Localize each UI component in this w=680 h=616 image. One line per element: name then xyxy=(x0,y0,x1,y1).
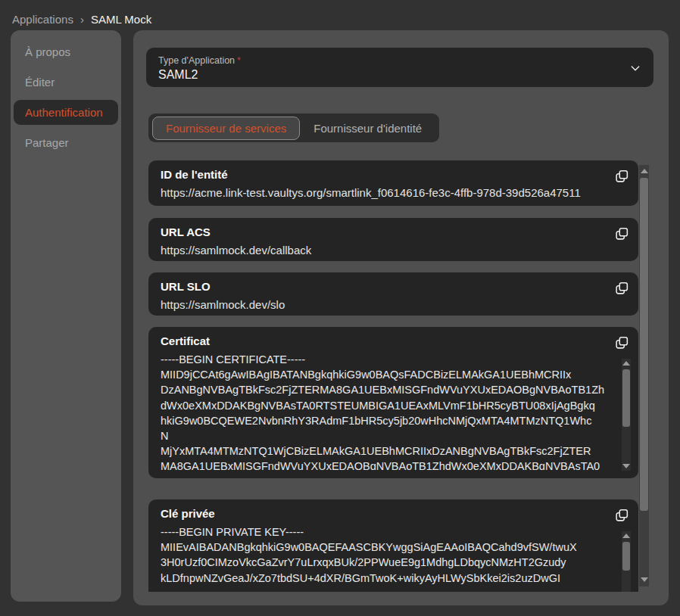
certificate-field: Certificat -----BEGIN CERTIFICATE----- M… xyxy=(148,327,638,478)
breadcrumb-separator-icon: › xyxy=(80,13,84,26)
scrollbar-thumb[interactable] xyxy=(622,542,630,571)
private-key-value[interactable]: -----BEGIN PRIVATE KEY----- MIIEvAIBADAN… xyxy=(161,524,626,588)
slo-url-value: https://samlmock.dev/slo xyxy=(161,298,626,311)
sidebar-item-partager[interactable]: Partager xyxy=(11,127,121,157)
private-key-field: Clé privée -----BEGIN PRIVATE KEY----- M… xyxy=(148,499,638,592)
application-type-label: Type d'Application xyxy=(158,55,235,66)
private-key-label: Clé privée xyxy=(161,507,626,520)
sidebar-item-a-propos[interactable]: À propos xyxy=(11,36,121,67)
entity-id-field: ID de l'entité https://acme.link-test.va… xyxy=(148,160,638,206)
acs-url-field: URL ACS https://samlmock.dev/callback xyxy=(148,218,638,261)
private-key-scrollbar[interactable] xyxy=(622,531,631,592)
scrollbar-thumb[interactable] xyxy=(640,178,648,511)
content-scrollbar[interactable] xyxy=(639,165,649,586)
scroll-down-icon[interactable] xyxy=(622,464,630,468)
certificate-label: Certificat xyxy=(161,334,626,347)
chevron-down-icon xyxy=(629,62,641,74)
scroll-up-icon[interactable] xyxy=(622,361,630,366)
certificate-scrollbar[interactable] xyxy=(622,359,631,471)
tab-fournisseur-de-services[interactable]: Fournisseur de services xyxy=(152,117,300,140)
application-type-select[interactable]: Type d'Application* SAML2 xyxy=(146,48,653,87)
copy-icon[interactable] xyxy=(613,225,632,243)
copy-icon[interactable] xyxy=(613,279,632,297)
sidebar-item-authentification[interactable]: Authentification xyxy=(14,100,118,125)
certificate-value[interactable]: -----BEGIN CERTIFICATE----- MIID9jCCAt6g… xyxy=(161,352,626,470)
scroll-down-icon[interactable] xyxy=(641,577,648,582)
breadcrumb: Applications › SAML Mock xyxy=(12,13,151,26)
scroll-up-icon[interactable] xyxy=(641,169,648,173)
sidebar: À propos Éditer Authentification Partage… xyxy=(11,30,121,602)
scroll-up-icon[interactable] xyxy=(622,534,630,538)
required-asterisk: * xyxy=(237,55,241,66)
application-type-value: SAML2 xyxy=(158,68,641,82)
slo-url-field: URL SLO https://samlmock.dev/slo xyxy=(148,272,638,316)
acs-url-value: https://samlmock.dev/callback xyxy=(161,244,626,257)
sidebar-item-editer[interactable]: Éditer xyxy=(11,67,121,97)
scrollbar-thumb[interactable] xyxy=(622,369,630,427)
entity-id-value: https://acme.link-test.vaultys.org/smart… xyxy=(161,186,626,199)
breadcrumb-applications[interactable]: Applications xyxy=(12,13,73,26)
entity-id-label: ID de l'entité xyxy=(161,168,626,181)
copy-icon[interactable] xyxy=(613,167,632,185)
main-panel: Type d'Application* SAML2 Fournisseur de… xyxy=(133,30,669,605)
slo-url-label: URL SLO xyxy=(161,280,626,293)
breadcrumb-current-page: SAML Mock xyxy=(91,13,151,26)
provider-tabs: Fournisseur de services Fournisseur d'id… xyxy=(148,114,439,142)
copy-icon[interactable] xyxy=(613,334,632,352)
copy-icon[interactable] xyxy=(613,506,632,524)
tab-fournisseur-identite[interactable]: Fournisseur d'identité xyxy=(300,117,435,140)
acs-url-label: URL ACS xyxy=(161,226,626,238)
